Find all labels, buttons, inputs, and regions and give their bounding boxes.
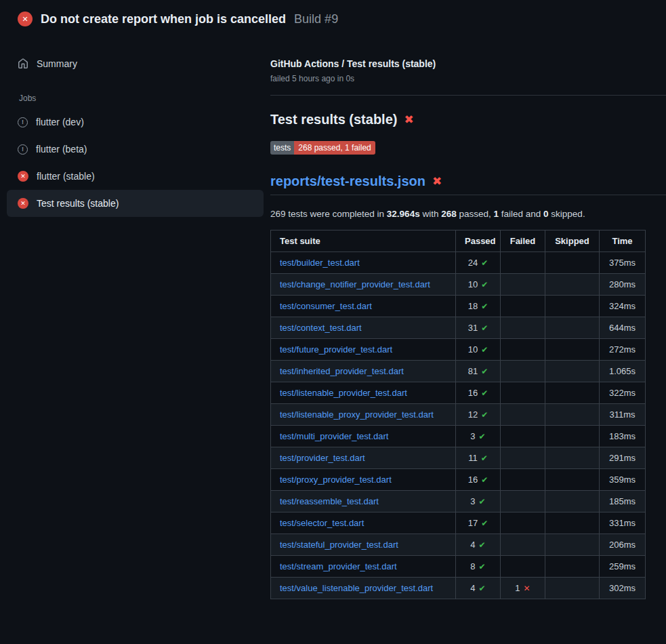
suite-link[interactable]: test/stateful_provider_test.dart [280, 540, 398, 550]
skipped-cell [545, 578, 600, 599]
suite-cell: test/context_test.dart [271, 317, 456, 339]
x-circle-icon: ✕ [18, 171, 28, 182]
sidebar-item-label: Summary [37, 58, 77, 69]
check-icon: ✔ [481, 280, 488, 289]
passed-cell: 8✔ [456, 556, 501, 578]
failed-cell [501, 296, 545, 317]
failed-cell [501, 491, 545, 512]
suite-link[interactable]: test/provider_test.dart [280, 453, 365, 463]
passed-cell: 16✔ [456, 382, 501, 404]
check-icon: ✔ [481, 475, 488, 485]
badge-value: 268 passed, 1 failed [294, 141, 375, 155]
time-cell: 644ms [600, 317, 646, 339]
failed-cell [501, 252, 545, 274]
suite-cell: test/builder_test.dart [271, 252, 456, 274]
passed-count: 8 [470, 561, 475, 571]
check-icon: ✔ [479, 432, 486, 441]
table-row: test/inherited_provider_test.dart81✔1.06… [271, 361, 646, 382]
passed-count: 10 [468, 279, 478, 289]
suite-link[interactable]: test/builder_test.dart [280, 258, 360, 268]
failed-cell [501, 361, 545, 382]
table-row: test/reassemble_test.dart3✔185ms [271, 491, 646, 512]
suite-link[interactable]: test/consumer_test.dart [280, 301, 372, 311]
skipped-cell [545, 426, 600, 447]
suite-link[interactable]: test/inherited_provider_test.dart [280, 366, 404, 376]
failed-cell [501, 512, 545, 534]
table-row: test/builder_test.dart24✔375ms [271, 252, 646, 274]
suite-link[interactable]: test/stream_provider_test.dart [280, 561, 397, 571]
summary-number: 32.964s [387, 209, 420, 219]
sidebar-item-test-results-stable[interactable]: ✕Test results (stable) [7, 190, 264, 217]
suite-link[interactable]: test/selector_test.dart [280, 518, 364, 528]
main-content: GitHub Actions / Test results (stable) f… [270, 38, 666, 599]
failed-cell [501, 426, 545, 447]
suite-link[interactable]: test/change_notifier_provider_test.dart [280, 279, 430, 289]
suite-cell: test/change_notifier_provider_test.dart [271, 274, 456, 296]
time-cell: 259ms [600, 556, 646, 578]
skipped-cell [545, 382, 600, 404]
time-cell: 272ms [600, 339, 646, 361]
col-test-suite: Test suite [271, 230, 456, 252]
results-table-body: test/builder_test.dart24✔375mstest/chang… [271, 252, 646, 599]
skipped-cell [545, 491, 600, 512]
badge-row: tests 268 passed, 1 failed [270, 141, 666, 155]
badge-label: tests [270, 141, 294, 155]
failed-cell [501, 382, 545, 404]
passed-cell: 17✔ [456, 512, 501, 534]
passed-cell: 81✔ [456, 361, 501, 382]
failed-x-icon: ✖ [404, 113, 413, 127]
time-cell: 311ms [600, 404, 646, 426]
time-cell: 375ms [600, 252, 646, 274]
suite-link[interactable]: test/future_provider_test.dart [280, 344, 392, 355]
suite-link[interactable]: test/proxy_provider_test.dart [280, 475, 392, 485]
x-circle-icon: ✕ [18, 198, 28, 209]
sidebar-item-flutter-beta[interactable]: !flutter (beta) [7, 136, 264, 163]
table-header-row: Test suite Passed Failed Skipped Time [271, 230, 646, 252]
suite-cell: test/consumer_test.dart [271, 296, 456, 317]
time-cell: 324ms [600, 296, 646, 317]
suite-link[interactable]: test/listenable_proxy_provider_test.dart [280, 409, 434, 420]
summary-line: 269 tests were completed in 32.964s with… [270, 209, 666, 219]
summary-text: skipped. [549, 209, 585, 219]
passed-cell: 3✔ [456, 491, 501, 512]
summary-number: 1 [494, 209, 499, 219]
check-icon: ✔ [479, 562, 486, 571]
sidebar-item-label: flutter (dev) [36, 117, 84, 127]
passed-cell: 10✔ [456, 339, 501, 361]
jobs-section-heading: Jobs [19, 94, 270, 103]
passed-cell: 18✔ [456, 296, 501, 317]
skipped-cell [545, 469, 600, 491]
page-title: Do not create report when job is cancell… [41, 12, 286, 26]
check-icon: ✔ [479, 540, 486, 550]
skipped-cell [545, 339, 600, 361]
suite-link[interactable]: test/value_listenable_provider_test.dart [280, 583, 433, 593]
skipped-cell [545, 296, 600, 317]
passed-cell: 12✔ [456, 404, 501, 426]
suite-link[interactable]: test/context_test.dart [280, 323, 362, 333]
breadcrumb: GitHub Actions / Test results (stable) [270, 58, 666, 69]
skipped-cell [545, 512, 600, 534]
col-passed: Passed [456, 230, 501, 252]
sidebar-item-flutter-stable[interactable]: ✕flutter (stable) [7, 163, 264, 190]
summary-text: failed and [499, 209, 543, 219]
suite-cell: test/multi_provider_test.dart [271, 426, 456, 447]
passed-count: 3 [470, 496, 475, 506]
suite-cell: test/selector_test.dart [271, 512, 456, 534]
sidebar-item-summary[interactable]: Summary [7, 50, 264, 77]
sidebar-item-flutter-dev[interactable]: !flutter (dev) [7, 108, 264, 136]
x-icon: ✕ [524, 584, 530, 593]
check-icon: ✔ [481, 302, 488, 311]
suite-cell: test/inherited_provider_test.dart [271, 361, 456, 382]
report-file-link[interactable]: reports/test-results.json [270, 174, 425, 189]
passed-cell: 16✔ [456, 469, 501, 491]
suite-link[interactable]: test/listenable_provider_test.dart [280, 388, 407, 398]
suite-link[interactable]: test/multi_provider_test.dart [280, 431, 388, 441]
table-row: test/value_listenable_provider_test.dart… [271, 578, 646, 599]
time-cell: 206ms [600, 534, 646, 556]
suite-link[interactable]: test/reassemble_test.dart [280, 496, 379, 506]
table-row: test/change_notifier_provider_test.dart1… [271, 274, 646, 296]
passed-count: 12 [468, 409, 478, 420]
passed-count: 81 [468, 366, 478, 376]
suite-cell: test/reassemble_test.dart [271, 491, 456, 512]
skipped-cell [545, 274, 600, 296]
